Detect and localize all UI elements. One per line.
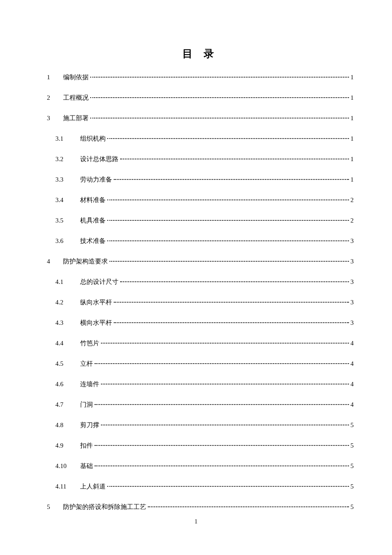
toc-entry-number: 3.3 <box>55 176 80 183</box>
toc-entry-page: 5 <box>351 462 354 470</box>
toc-entry: 3.6技术准备3 <box>47 237 354 246</box>
toc-entry-number: 3.4 <box>55 197 80 204</box>
toc-entry: 3.1组织机构1 <box>47 135 354 143</box>
toc-leader-dots <box>148 506 349 507</box>
toc-entry-number: 4 <box>47 258 63 265</box>
toc-entry-label: 剪刀撑 <box>80 421 99 429</box>
toc-leader-dots <box>95 363 349 364</box>
toc-entry: 4.6连墙件4 <box>47 380 354 389</box>
toc-entry: 4.8剪刀撑5 <box>47 421 354 430</box>
toc-entry-page: 2 <box>351 197 354 204</box>
document-page: 目 录 1编制依据12工程概况13施工部署13.1组织机构13.2设计总体思路1… <box>0 0 392 512</box>
toc-leader-dots <box>114 302 349 303</box>
toc-entry-label: 防护架构造要求 <box>63 257 108 266</box>
toc-entry: 4.5立杆4 <box>47 360 354 368</box>
toc-entry: 4.2纵向水平杆3 <box>47 298 354 307</box>
toc-title: 目 录 <box>47 47 354 61</box>
toc-entry-label: 竹笆片 <box>80 339 99 347</box>
toc-entry-number: 4.6 <box>55 381 80 388</box>
toc-entry-label: 防护架的搭设和拆除施工工艺 <box>63 503 146 511</box>
toc-entry: 3施工部署1 <box>47 114 354 123</box>
toc-entry-label: 编制依据 <box>63 73 89 81</box>
toc-leader-dots <box>107 220 349 221</box>
toc-entry-page: 3 <box>351 278 354 286</box>
toc-entry: 4.3横向水平杆3 <box>47 319 354 327</box>
toc-entry-page: 4 <box>351 340 354 347</box>
footer-page-number: 1 <box>195 518 198 525</box>
toc-entry-label: 机具准备 <box>80 217 106 225</box>
toc-entry-page: 4 <box>351 360 354 367</box>
toc-entry-label: 基础 <box>80 462 93 470</box>
toc-entry-page: 1 <box>351 94 354 101</box>
toc-entry-page: 3 <box>351 319 354 327</box>
toc-entry: 4防护架构造要求3 <box>47 257 354 266</box>
toc-entry: 1编制依据1 <box>47 73 354 82</box>
toc-entry-page: 1 <box>351 176 354 183</box>
toc-entry: 3.4材料准备2 <box>47 196 354 205</box>
toc-entry-page: 1 <box>351 135 354 142</box>
toc-entry-label: 连墙件 <box>80 380 99 388</box>
toc-entry-label: 工程概况 <box>63 94 89 102</box>
toc-leader-dots <box>120 281 349 282</box>
toc-entry-page: 5 <box>351 503 354 511</box>
toc-entry: 3.3劳动力准备1 <box>47 176 354 184</box>
toc-entry-label: 总的设计尺寸 <box>80 278 118 286</box>
toc-entry-page: 2 <box>351 217 354 224</box>
toc-entry-number: 4.2 <box>55 299 80 306</box>
toc-entry-label: 材料准备 <box>80 196 106 204</box>
toc-leader-dots <box>114 322 349 323</box>
toc-entry-number: 4.1 <box>55 278 80 286</box>
toc-leader-dots <box>90 77 349 78</box>
toc-leader-dots <box>114 179 349 180</box>
toc-entry-number: 5 <box>47 503 63 511</box>
toc-leader-dots <box>107 486 349 487</box>
toc-entry-number: 3 <box>47 115 63 122</box>
toc-entry-page: 3 <box>351 237 354 245</box>
toc-entry-label: 立杆 <box>80 360 93 368</box>
toc-leader-dots <box>120 159 349 159</box>
toc-entry: 4.9扣件5 <box>47 442 354 450</box>
page-footer: 1 <box>0 518 392 525</box>
toc-entry-number: 3.1 <box>55 135 80 142</box>
toc-leader-dots <box>101 343 349 344</box>
toc-entry-number: 1 <box>47 74 63 81</box>
toc-entry: 4.11上人斜道5 <box>47 483 354 491</box>
toc-entry: 4.4竹笆片4 <box>47 339 354 348</box>
toc-leader-dots <box>95 465 349 466</box>
toc-entry-number: 4.8 <box>55 422 80 429</box>
toc-entry: 4.10基础5 <box>47 462 354 471</box>
toc-entry: 2工程概况1 <box>47 94 354 102</box>
toc-entry-number: 3.6 <box>55 237 80 245</box>
toc-entry-label: 横向水平杆 <box>80 319 112 327</box>
toc-leader-dots <box>110 261 349 262</box>
toc-leader-dots <box>95 404 349 405</box>
toc-entry-number: 4.4 <box>55 340 80 347</box>
toc-entry-page: 4 <box>351 381 354 388</box>
toc-entry-number: 3.5 <box>55 217 80 224</box>
toc-entry-label: 扣件 <box>80 442 93 450</box>
toc-entry-number: 3.2 <box>55 156 80 163</box>
toc-entry-page: 3 <box>351 258 354 265</box>
toc-entry: 5防护架的搭设和拆除施工工艺5 <box>47 503 354 512</box>
toc-entry-label: 技术准备 <box>80 237 106 245</box>
toc-leader-dots <box>101 384 349 384</box>
toc-entry-number: 4.5 <box>55 360 80 367</box>
toc-entry-number: 4.9 <box>55 442 80 449</box>
toc-entry: 3.2设计总体思路1 <box>47 155 354 164</box>
toc-entry-label: 纵向水平杆 <box>80 298 112 306</box>
toc-leader-dots <box>107 138 349 139</box>
toc-leader-dots <box>107 199 349 200</box>
toc-entry-page: 1 <box>351 115 354 122</box>
toc-entry-number: 2 <box>47 94 63 101</box>
toc-entry-page: 3 <box>351 299 354 306</box>
toc-leader-dots <box>107 240 349 241</box>
toc-entry: 4.7门洞4 <box>47 401 354 409</box>
toc-entry-number: 4.7 <box>55 401 80 408</box>
toc-entry-number: 4.11 <box>55 483 80 490</box>
toc-leader-dots <box>90 118 349 119</box>
toc-leader-dots <box>90 97 349 98</box>
toc-entry-label: 上人斜道 <box>80 483 106 491</box>
toc-entry-number: 4.3 <box>55 319 80 327</box>
toc-leader-dots <box>101 425 349 425</box>
toc-entry: 4.1总的设计尺寸3 <box>47 278 354 286</box>
